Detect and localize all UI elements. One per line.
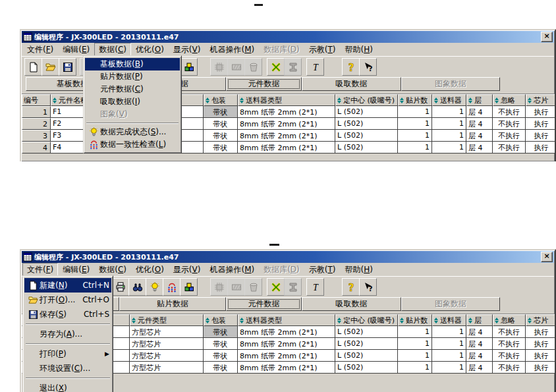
table-cell[interactable]: 带状: [204, 350, 238, 362]
column-header-5[interactable]: 定中心 (吸嘴号): [335, 94, 398, 106]
table-cell[interactable]: 1: [398, 338, 432, 350]
menu-item-7[interactable]: 环境设置(C)...: [24, 361, 111, 376]
menubar-item-3[interactable]: 优化(O): [131, 43, 169, 57]
table-cell[interactable]: 1: [398, 142, 432, 154]
table-cell[interactable]: L (502): [335, 350, 398, 362]
toolbar-text-button[interactable]: T: [306, 58, 324, 76]
menubar-item-0[interactable]: 文件(F): [22, 43, 58, 57]
toolbar-blocks-button[interactable]: [180, 278, 198, 296]
menubar-item-5[interactable]: 机器操作(M): [205, 43, 259, 57]
menu-item-2[interactable]: 元件数据(C): [85, 83, 180, 96]
column-header-6[interactable]: 贴片数: [398, 314, 432, 326]
table-cell[interactable]: 执行: [526, 338, 556, 350]
table-cell[interactable]: 带状: [204, 362, 238, 374]
toolbar-print-button[interactable]: [111, 278, 129, 296]
close-button[interactable]: ×: [541, 32, 553, 42]
table-cell[interactable]: 带状: [204, 130, 238, 142]
table-cell[interactable]: 执行: [526, 326, 556, 338]
table-cell[interactable]: 层 4: [466, 326, 493, 338]
table-cell[interactable]: 1: [432, 142, 466, 154]
table-cell[interactable]: 层 4: [466, 338, 493, 350]
menubar-item-2[interactable]: 数据(C): [94, 43, 131, 57]
table-cell[interactable]: 1: [432, 326, 466, 338]
tab-5[interactable]: 图象数据: [401, 77, 500, 91]
table-cell[interactable]: 1: [398, 326, 432, 338]
toolbar-context-help-button[interactable]: ?: [359, 58, 377, 76]
column-header-10[interactable]: 芯片: [526, 314, 556, 326]
toolbar-feeder-button[interactable]: [227, 278, 245, 296]
table-cell[interactable]: 方型芯片: [130, 326, 204, 338]
tab-3[interactable]: 元件数据: [226, 297, 302, 311]
table-cell[interactable]: 层 4: [466, 130, 493, 142]
menu-item-3[interactable]: 吸取数据(I): [85, 96, 180, 108]
toolbar-board-tool-button[interactable]: [267, 58, 285, 76]
menubar-item-6[interactable]: 数据库(D): [259, 263, 304, 277]
column-header-0[interactable]: 编号: [22, 94, 51, 106]
table-cell[interactable]: 1: [432, 350, 466, 362]
menu-item-0[interactable]: 基板数据(B): [85, 58, 180, 70]
table-cell[interactable]: 8mm 纸带 2mm (2*1): [238, 142, 335, 154]
table-cell[interactable]: 层 4: [466, 350, 493, 362]
table-cell[interactable]: 执行: [526, 362, 556, 374]
table-cell[interactable]: 不执行: [493, 142, 526, 154]
menu-item-1[interactable]: 贴片数据(P): [85, 70, 180, 83]
table-cell[interactable]: 不执行: [493, 362, 526, 374]
menubar-item-4[interactable]: 显示(V): [169, 43, 206, 57]
table-cell[interactable]: 1: [432, 106, 466, 118]
column-header-2[interactable]: 元件类型: [130, 314, 204, 326]
table-cell[interactable]: 8mm 纸带 2mm (2*1): [238, 106, 335, 118]
table-cell[interactable]: 方型芯片: [130, 362, 204, 374]
table-cell[interactable]: 8mm 纸带 2mm (2*1): [238, 326, 335, 338]
table-cell[interactable]: 1: [398, 362, 432, 374]
menu-item-9[interactable]: 退出(X): [24, 381, 111, 392]
column-header-4[interactable]: 送料器类型: [238, 94, 335, 106]
table-cell[interactable]: L (502): [335, 362, 398, 374]
column-header-7[interactable]: 送料器: [432, 314, 466, 326]
toolbar-help-button[interactable]: ?: [342, 278, 360, 296]
menu-item-0[interactable]: 新建(N)Ctrl+N: [24, 278, 111, 293]
table-cell[interactable]: 方型芯片: [130, 338, 204, 350]
menubar-item-2[interactable]: 数据(C): [94, 263, 131, 277]
title-bar[interactable]: 编辑程序 - JX-300LED - 20130111.e47 ×: [22, 251, 554, 263]
table-cell[interactable]: 带状: [204, 106, 238, 118]
toolbar-consistency-button[interactable]: [163, 278, 181, 296]
table-cell[interactable]: 带状: [204, 326, 238, 338]
row-number-cell[interactable]: 2: [22, 118, 51, 130]
toolbar-bulb-button[interactable]: [146, 278, 163, 296]
menubar-item-6[interactable]: 数据库(D): [259, 43, 304, 57]
table-cell[interactable]: 1: [432, 338, 466, 350]
table-cell[interactable]: 层 4: [466, 106, 493, 118]
toolbar-text-button[interactable]: T: [306, 278, 324, 296]
toolbar-board-tool-button[interactable]: [267, 278, 285, 296]
table-cell[interactable]: 1: [432, 118, 466, 130]
close-button[interactable]: ×: [541, 252, 553, 262]
table-cell[interactable]: 不执行: [493, 118, 526, 130]
menu-item-4[interactable]: 图象(V): [85, 108, 180, 121]
toolbar-find-button[interactable]: [128, 278, 146, 296]
table-cell[interactable]: L (502): [335, 142, 398, 154]
table-cell[interactable]: 8mm 纸带 2mm (2*1): [238, 362, 335, 374]
menubar-item-4[interactable]: 显示(V): [169, 263, 206, 277]
table-cell[interactable]: 1: [432, 362, 466, 374]
menubar-item-3[interactable]: 优化(O): [131, 263, 169, 277]
toolbar-blocks-button[interactable]: [180, 58, 198, 76]
table-cell[interactable]: 不执行: [493, 326, 526, 338]
table-cell[interactable]: 执行: [526, 118, 556, 130]
toolbar-open-button[interactable]: [42, 58, 59, 76]
table-cell[interactable]: 带状: [204, 142, 238, 154]
menu-item-1[interactable]: 打开(O)...Ctrl+O: [24, 293, 111, 307]
column-header-10[interactable]: 芯片: [526, 94, 556, 106]
toolbar-save-button[interactable]: [59, 58, 76, 76]
menubar-item-8[interactable]: 帮助(H): [341, 43, 377, 57]
menu-item-6[interactable]: 数据完成状态(S)...: [85, 126, 180, 138]
menubar-item-5[interactable]: 机器操作(M): [205, 263, 259, 277]
toolbar-feeder-button[interactable]: [227, 58, 245, 76]
menubar-item-0[interactable]: 文件(F): [22, 263, 58, 277]
table-cell[interactable]: 层 4: [466, 142, 493, 154]
menubar-item-7[interactable]: 示教(T): [304, 263, 341, 277]
tab-5[interactable]: 图象数据: [401, 297, 500, 311]
table-cell[interactable]: L (502): [335, 106, 398, 118]
row-number-cell[interactable]: 3: [22, 130, 51, 142]
title-bar[interactable]: 编辑程序 - JX-300LED - 20130111.e47 ×: [22, 31, 554, 43]
toolbar-bin-button[interactable]: [244, 278, 262, 296]
